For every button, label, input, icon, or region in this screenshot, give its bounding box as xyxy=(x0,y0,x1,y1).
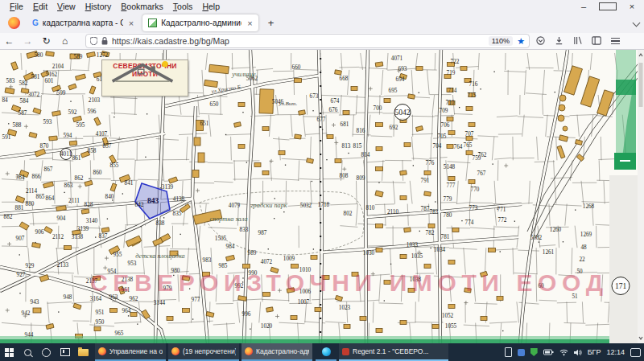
building xyxy=(64,246,72,250)
parcel-number: 783 xyxy=(430,209,439,215)
building xyxy=(238,145,245,149)
building xyxy=(46,51,55,56)
home-button[interactable]: ⌂ xyxy=(56,35,74,47)
parcel-number: 948 xyxy=(64,294,72,301)
building xyxy=(279,151,285,155)
survey-point xyxy=(378,182,379,183)
building xyxy=(466,107,473,111)
minimize-button[interactable]: – xyxy=(572,0,596,13)
parcel-number: 942 xyxy=(22,310,31,317)
menu-file[interactable]: File xyxy=(5,2,28,11)
wifi-icon[interactable] xyxy=(559,349,568,356)
parcel-number: 1007 xyxy=(298,299,310,306)
parcel-number: 1009 xyxy=(283,256,295,262)
survey-point xyxy=(64,192,64,193)
parcel-number: 791 xyxy=(421,178,430,184)
parcel-number: 48 xyxy=(580,244,587,251)
volume-icon[interactable] xyxy=(574,349,582,356)
action-center-icon[interactable] xyxy=(630,348,641,357)
maximize-button[interactable] xyxy=(596,0,620,13)
cadastral-map[interactable]: 8435805891272210451625816115835826013072… xyxy=(0,50,644,343)
url-bar[interactable]: https://kais.cadastre.bg/bg/Map 110% ★ xyxy=(85,34,530,48)
parcel-number: 989 xyxy=(248,250,257,256)
menu-help[interactable]: Help xyxy=(197,2,225,11)
file-explorer-button[interactable] xyxy=(74,343,93,361)
lock-icon[interactable] xyxy=(101,37,108,45)
utility-pole xyxy=(320,99,321,101)
pocket-icon[interactable] xyxy=(536,36,545,45)
parcel-number: 715 xyxy=(468,92,477,99)
shield-icon[interactable] xyxy=(90,37,97,45)
scrollbar-thumb[interactable] xyxy=(639,63,643,107)
page-zoom-level[interactable]: 110% xyxy=(489,36,513,46)
tab-google-search[interactable]: G кадастрална карта - Google Т × xyxy=(27,14,139,31)
back-button[interactable]: ← xyxy=(0,35,19,47)
task-view-button[interactable] xyxy=(56,343,74,361)
parcel-number: 984 xyxy=(226,244,235,250)
parcel-number: 4107 xyxy=(96,131,108,137)
tab-kais-map[interactable]: Кадастрално-административни × xyxy=(142,14,258,31)
parcel-number: 587 xyxy=(19,110,27,117)
clock[interactable]: 12:14 xyxy=(606,348,625,356)
app-tray-icon[interactable] xyxy=(518,349,525,356)
new-tab-button[interactable]: + xyxy=(262,17,281,29)
parcel-number: 857 xyxy=(103,143,112,150)
parcel-number: 84 xyxy=(2,97,8,104)
building xyxy=(299,110,306,115)
menu-tools[interactable]: Tools xyxy=(168,2,198,11)
parcel-number: 681 xyxy=(341,121,349,128)
parcel-number: 955 xyxy=(114,252,122,258)
taskbar-app-offers[interactable]: Управление на офер... xyxy=(95,343,166,361)
taskbar-app-kais[interactable]: Кадастрално-админ... xyxy=(242,343,312,361)
parcel-number: 815 xyxy=(353,143,362,150)
search-button[interactable] xyxy=(19,343,37,361)
menu-edit[interactable]: Edit xyxy=(28,2,52,11)
bookmark-star-icon[interactable]: ★ xyxy=(517,36,525,47)
parcel-number: 580 xyxy=(35,52,43,59)
start-button[interactable] xyxy=(0,343,19,361)
language-indicator[interactable]: БГР xyxy=(588,348,601,356)
sidebar-icon[interactable] xyxy=(592,36,601,45)
phone-tray-icon[interactable] xyxy=(505,347,512,357)
building xyxy=(327,135,333,139)
tab-close-icon[interactable]: × xyxy=(246,18,252,28)
library-icon[interactable] xyxy=(573,36,582,45)
parcel-number: 4071 xyxy=(391,55,403,62)
building xyxy=(94,327,101,331)
menu-view[interactable]: View xyxy=(52,2,80,11)
cortana-icon xyxy=(42,348,51,357)
system-tray: БГР 12:14 xyxy=(505,343,644,361)
defender-icon[interactable] xyxy=(530,348,538,356)
firefox-icon xyxy=(171,347,180,355)
forward-button[interactable]: → xyxy=(19,35,37,47)
battery-icon[interactable] xyxy=(543,349,554,355)
parcel-number: 862 xyxy=(75,175,84,182)
parcel-number: 772 xyxy=(498,217,507,224)
survey-point xyxy=(539,241,539,242)
survey-point xyxy=(384,300,385,301)
menu-history[interactable]: History xyxy=(80,2,117,11)
taskbar-app-edge[interactable] xyxy=(316,343,336,361)
taskbar-app-regent[interactable]: Regent 2.1 - "СЕВЕРО... xyxy=(339,343,448,361)
survey-point xyxy=(107,219,108,219)
survey-point xyxy=(268,248,269,249)
parcel-number: 810 xyxy=(366,205,375,211)
menu-bookmarks[interactable]: Bookmarks xyxy=(116,2,168,11)
close-button[interactable]: × xyxy=(620,0,644,13)
parcel-number: 776 xyxy=(426,160,435,166)
cortana-button[interactable] xyxy=(37,343,56,361)
downloads-icon[interactable] xyxy=(555,36,564,45)
app-menu-icon[interactable] xyxy=(611,36,620,46)
storage-tank xyxy=(559,105,565,111)
list-all-tabs-icon[interactable] xyxy=(633,19,641,27)
building xyxy=(183,309,190,313)
parcel-number: 1035 xyxy=(411,253,423,260)
survey-point xyxy=(145,157,146,158)
url-text[interactable]: https://kais.cadastre.bg/bg/Map xyxy=(112,36,485,46)
folder-icon xyxy=(78,349,89,356)
taskbar-app-mail[interactable]: (19 непрочетени) - А... xyxy=(168,343,239,361)
tab-close-icon[interactable]: × xyxy=(127,18,134,28)
reload-button[interactable]: ↻ xyxy=(37,35,56,47)
parcel-number: 962 xyxy=(130,296,138,302)
survey-point xyxy=(461,220,462,221)
